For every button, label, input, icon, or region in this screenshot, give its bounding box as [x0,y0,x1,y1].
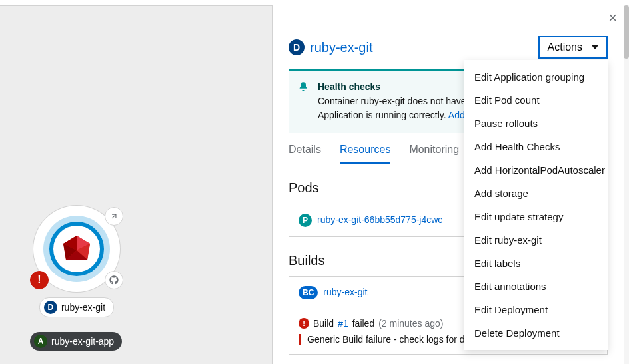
action-add-hpa[interactable]: Add HorizontalPodAutoscaler [464,158,608,182]
ruby-icon [61,234,93,264]
action-pause-rollouts[interactable]: Pause rollouts [464,112,608,135]
actions-button[interactable]: Actions [538,36,608,59]
application-label-text: ruby-ex-git-app [51,336,114,347]
action-delete-deployment[interactable]: Delete Deployment [464,321,608,345]
resource-title-link[interactable]: ruby-ex-git [310,40,372,55]
build-word: Build [313,318,334,329]
node-icon-circle [49,222,104,276]
action-edit-app-grouping[interactable]: Edit Application grouping [464,65,608,89]
panel-title: D ruby-ex-git [289,39,372,55]
actions-menu: Edit Application grouping Edit Pod count… [464,60,608,350]
actions-button-label: Actions [548,41,582,53]
action-edit-pod-count[interactable]: Edit Pod count [464,89,608,112]
close-icon[interactable]: × [608,9,617,27]
action-edit-deployment[interactable]: Edit Deployment [464,298,608,321]
error-icon: ! [37,274,41,286]
pod-badge: P [299,214,312,227]
node-pod-ring-inner [43,216,110,282]
caret-down-icon [592,45,598,49]
source-decorator[interactable] [105,271,123,289]
scrollbar-thumb[interactable] [624,5,629,59]
tab-resources[interactable]: Resources [340,144,390,164]
panel-header: D ruby-ex-git Actions [273,5,624,59]
build-time: (2 minutes ago) [378,318,443,329]
url-decorator[interactable] [105,207,123,226]
application-badge: A [34,335,47,348]
action-edit-annotations[interactable]: Edit annotations [464,275,608,298]
pod-link[interactable]: ruby-ex-git-66bb55d775-j4cwc [317,214,442,227]
scrollbar-track [624,5,629,364]
tab-monitoring[interactable]: Monitoring [409,144,459,164]
buildconfig-link[interactable]: ruby-ex-git [323,286,367,299]
deployment-badge: D [289,39,305,55]
build-number-link[interactable]: #1 [338,318,348,329]
error-icon: ! [299,318,309,329]
node-label[interactable]: D ruby-ex-git [39,297,114,317]
build-status-decorator[interactable]: ! [30,271,49,289]
application-label[interactable]: A ruby-ex-git-app [30,332,122,351]
buildconfig-badge: BC [299,286,318,299]
build-status-text: failed [352,318,374,329]
action-edit-labels[interactable]: Edit labels [464,252,608,275]
tab-details[interactable]: Details [289,144,321,164]
action-add-storage[interactable]: Add storage [464,182,608,205]
action-add-health-checks[interactable]: Add Health Checks [464,135,608,158]
topology-node[interactable]: ! D ruby-ex-git [13,198,140,324]
bell-icon [298,81,309,94]
action-edit-resource[interactable]: Edit ruby-ex-git [464,228,608,252]
deployment-badge: D [44,301,57,314]
node-label-text: ruby-ex-git [61,302,105,313]
action-edit-update-strategy[interactable]: Edit update strategy [464,205,608,228]
